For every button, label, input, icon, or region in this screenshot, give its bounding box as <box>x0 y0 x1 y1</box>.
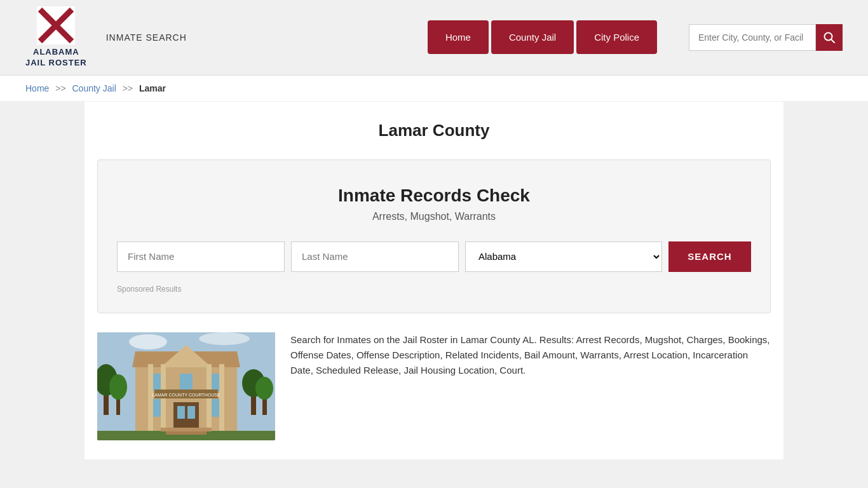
last-name-input[interactable] <box>291 241 459 272</box>
logo-text: ALABAMA JAIL ROSTER <box>25 47 87 69</box>
svg-rect-22 <box>148 364 153 440</box>
svg-rect-30 <box>166 431 207 435</box>
state-select[interactable]: AlabamaAlaskaArizonaArkansasCaliforniaCo… <box>465 241 662 272</box>
nav-city-police-button[interactable]: City Police <box>576 20 657 54</box>
search-submit-button[interactable]: SEARCH <box>668 241 751 272</box>
description-text: Search for Inmates on the Jail Roster in… <box>290 332 771 378</box>
courthouse-image: LAMAR COUNTY COURTHOUSE <box>97 332 275 440</box>
svg-rect-15 <box>180 374 193 391</box>
records-box-subtitle: Arrests, Mugshot, Warrants <box>117 211 751 222</box>
svg-point-3 <box>54 22 58 26</box>
svg-point-10 <box>109 374 127 400</box>
first-name-input[interactable] <box>117 241 285 272</box>
courthouse-svg: LAMAR COUNTY COURTHOUSE <box>97 332 275 440</box>
svg-point-36 <box>199 332 250 345</box>
svg-rect-25 <box>219 364 224 440</box>
breadcrumb-current: Lamar <box>139 83 166 93</box>
svg-line-5 <box>831 39 834 43</box>
nav-county-jail-button[interactable]: County Jail <box>491 20 574 54</box>
header-search-button[interactable] <box>816 24 843 51</box>
main-nav: Home County Jail City Police <box>428 20 657 54</box>
main-content: Lamar County Inmate Records Check Arrest… <box>85 102 783 459</box>
sponsored-label: Sponsored Results <box>117 285 751 294</box>
breadcrumb-sep-2: >> <box>123 83 133 93</box>
nav-home-button[interactable]: Home <box>428 20 489 54</box>
svg-rect-29 <box>161 428 212 431</box>
search-icon <box>824 32 835 43</box>
svg-point-34 <box>255 377 273 400</box>
site-logo[interactable]: ALABAMA JAIL ROSTER <box>25 6 87 69</box>
breadcrumb-county-jail[interactable]: County Jail <box>72 83 116 93</box>
records-box-title: Inmate Records Check <box>117 186 751 206</box>
breadcrumb: Home >> County Jail >> Lamar <box>25 83 843 93</box>
bottom-section: LAMAR COUNTY COURTHOUSE Search for Inmat… <box>97 332 771 440</box>
header-search-area <box>689 24 843 51</box>
svg-rect-20 <box>177 406 185 419</box>
svg-text:LAMAR COUNTY COURTHOUSE: LAMAR COUNTY COURTHOUSE <box>152 393 220 397</box>
header-search-input[interactable] <box>689 24 816 51</box>
inmate-search-link[interactable]: INMATE SEARCH <box>106 32 187 43</box>
records-check-box: Inmate Records Check Arrests, Mugshot, W… <box>97 159 771 313</box>
inmate-search-form: AlabamaAlaskaArizonaArkansasCaliforniaCo… <box>117 241 751 272</box>
svg-rect-21 <box>187 406 195 419</box>
breadcrumb-sep-1: >> <box>55 83 65 93</box>
logo-icon <box>37 6 75 44</box>
breadcrumb-home[interactable]: Home <box>25 83 49 93</box>
page-title: Lamar County <box>97 121 771 140</box>
breadcrumb-bar: Home >> County Jail >> Lamar <box>0 76 868 102</box>
svg-point-35 <box>129 334 167 349</box>
